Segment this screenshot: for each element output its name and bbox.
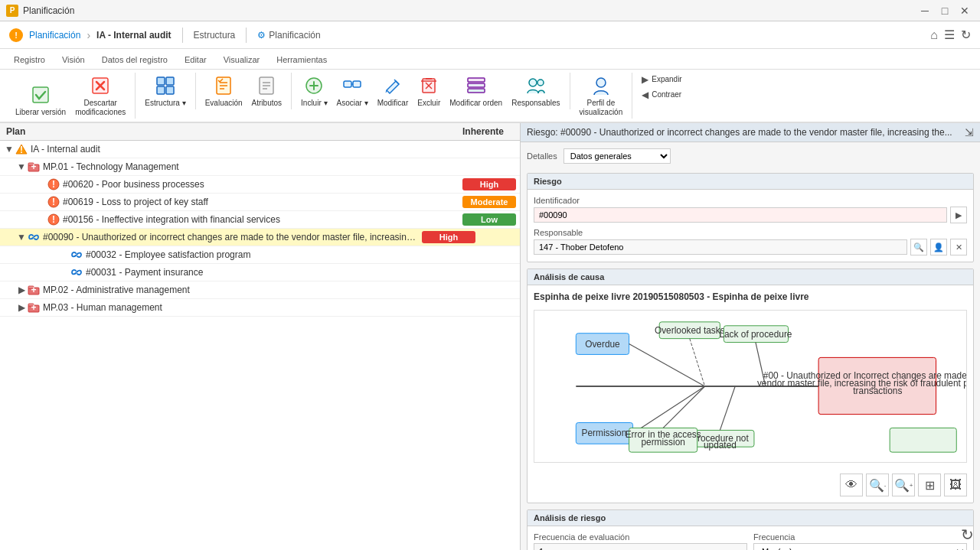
frecuencia-eval-input[interactable] [534,543,747,550]
liberar-button[interactable]: Liberar versión [12,82,69,119]
estructura-button[interactable]: Estructura ▾ [142,73,188,109]
detail-select[interactable]: Datos generales Análisis Controles Event… [564,148,671,164]
perfil-button[interactable]: Perfil devisualización [577,73,626,119]
mp01-label: MP.01 - Technology Management [43,161,459,172]
liberar-icon [29,83,52,106]
svg-text:updated: updated [704,440,737,451]
link-icon-32 [70,249,83,261]
link-icon-90 [28,231,40,243]
toggle-ia[interactable]: ▼ [3,143,15,155]
toggle-619[interactable] [38,196,47,208]
620-badge-cell: High [459,178,520,190]
svg-rect-29 [468,78,485,82]
svg-text:permission: permission [641,437,684,447]
expand-panel-icon[interactable]: ⇲ [965,126,974,138]
svg-rect-30 [468,83,485,87]
asociar-button[interactable]: Asociar ▾ [334,73,371,109]
diagram-controls: 👁 🔍- 🔍+ ⊞ 🖼 [534,474,967,496]
minimize-button[interactable]: ─ [916,3,934,18]
responsable-person-btn[interactable]: 👤 [930,239,947,255]
evaluacion-button[interactable]: Evaluación [202,73,246,109]
tab-vision[interactable]: Visión [54,52,93,69]
identificador-input[interactable] [534,207,947,223]
tree-item-620[interactable]: ! #00620 - Poor business processes High [0,176,520,194]
risk-icon-620: ! [47,178,60,190]
badge-619: Moderate [462,196,516,208]
breadcrumb-ia[interactable]: IA - Internal audit [96,30,172,41]
svg-text:+: + [31,285,36,295]
frecuencia-select[interactable]: Día(s) Mes(es) Año(s) [753,543,967,550]
tree-item-mp03[interactable]: ▶ + MP.03 - Human management [0,299,520,317]
diagram-zoom-out-btn[interactable]: 🔍- [866,474,889,496]
tree-item-619[interactable]: ! #00619 - Loss to project of key staff … [0,194,520,211]
atributos-icon [255,74,278,97]
svg-text:!: ! [52,214,55,225]
toggle-mp02[interactable]: ▶ [15,284,28,296]
breadcrumb-estructura[interactable]: Estructura [194,30,236,41]
badge-156: Low [462,213,516,226]
modificar-button[interactable]: Modificar [374,73,412,109]
tab-visualizar[interactable]: Visualizar [216,52,268,69]
close-button[interactable]: ✕ [956,3,974,18]
responsable-clear-btn[interactable]: ✕ [950,239,967,255]
modificar-orden-button[interactable]: Modificar orden [446,73,505,109]
tree-item-31[interactable]: #00031 - Payment insurance [0,264,520,282]
tab-datos[interactable]: Datos del registro [94,52,175,69]
excluir-icon [417,74,440,97]
tab-editar[interactable]: Editar [177,52,214,69]
svg-text:Lack of procedure: Lack of procedure [719,329,792,340]
toggle-620[interactable] [38,178,47,190]
excluir-button[interactable]: Excluir [414,73,443,109]
tree-item-ia[interactable]: ▼ ! IA - Internal audit [0,141,520,158]
descartar-label: Descartarmodificaciones [75,99,126,117]
responsable-search-btn[interactable]: 🔍 [910,239,927,255]
tree-item-32[interactable]: #00032 - Employee satisfaction program [0,246,520,264]
right-panel-content: Detalles Datos generales Análisis Contro… [521,142,980,550]
toggle-32[interactable] [61,249,70,261]
diagram-fit-btn[interactable]: ⊞ [918,474,941,496]
breadcrumb-planificacion-action[interactable]: ⚙ Planificación [257,30,320,41]
responsable-input[interactable] [534,239,907,255]
toggle-31[interactable] [61,266,70,278]
toggle-mp01[interactable]: ▼ [15,161,28,173]
menu-icon[interactable]: ☰ [944,28,955,42]
diagram-image-btn[interactable]: 🖼 [944,474,967,496]
diagram-view-btn[interactable]: 👁 [840,474,863,496]
tree-item-mp01[interactable]: ▼ + MP.01 - Technology Management [0,158,520,176]
mp03-label: MP.03 - Human management [43,302,459,313]
90-label: #00090 - Unauthorized or incorrect chang… [43,232,418,242]
contraer-button[interactable]: ◀ Contraer [639,88,684,102]
refresh-button[interactable]: ↻ [961,526,974,544]
right-panel: Riesgo: #00090 - Unauthorized or incorre… [521,123,980,550]
toggle-90[interactable]: ▼ [15,231,28,243]
risk-icon-619: ! [47,196,60,208]
ribbon-group-registro: Liberar versión Descartarmodificaciones [6,73,136,119]
tab-registro[interactable]: Registro [6,52,53,69]
diagram-zoom-in-btn[interactable]: 🔍+ [892,474,915,496]
620-label: #00620 - Poor business processes [63,179,459,190]
tree-item-mp02[interactable]: ▶ + MP.02 - Administrative management [0,282,520,299]
expandir-button[interactable]: ▶ Expandir [639,73,684,86]
tree-item-90[interactable]: ▼ #00090 - Unauthorized or incorrect cha… [0,229,520,246]
tree-container[interactable]: ▼ ! IA - Internal audit ▼ + MP.01 - Tech… [0,141,520,550]
analisis-riesgo-section: Análisis de riesgo Frecuencia de evaluac… [527,509,974,550]
breadcrumb-planificacion[interactable]: Planificación [29,30,80,41]
toggle-156[interactable] [38,213,47,226]
incluir-button[interactable]: Incluir ▾ [298,73,330,109]
maximize-button[interactable]: □ [936,3,954,18]
ribbon-group-datos: Evaluación Atributos [196,73,292,109]
identificador-btn[interactable]: ▶ [950,207,967,223]
toggle-mp03[interactable]: ▶ [15,301,28,314]
diagram-title: Espinha de peixe livre 20190515080503 - … [534,291,967,302]
descartar-button[interactable]: Descartarmodificaciones [72,73,129,119]
ribbon-group-visualizar: Perfil devisualización [570,73,633,119]
responsables-button[interactable]: Responsables [508,73,563,109]
refresh-icon[interactable]: ↻ [961,28,971,42]
tree-item-156[interactable]: ! #00156 - Ineffective integration with … [0,211,520,229]
atributos-button[interactable]: Atributos [249,73,285,109]
tab-herramientas[interactable]: Herramientas [269,52,335,69]
contraer-label: Contraer [652,90,681,99]
responsable-field: Responsable 🔍 👤 ✕ [534,228,967,255]
modificar-orden-icon [465,74,488,97]
home-icon[interactable]: ⌂ [930,28,938,42]
